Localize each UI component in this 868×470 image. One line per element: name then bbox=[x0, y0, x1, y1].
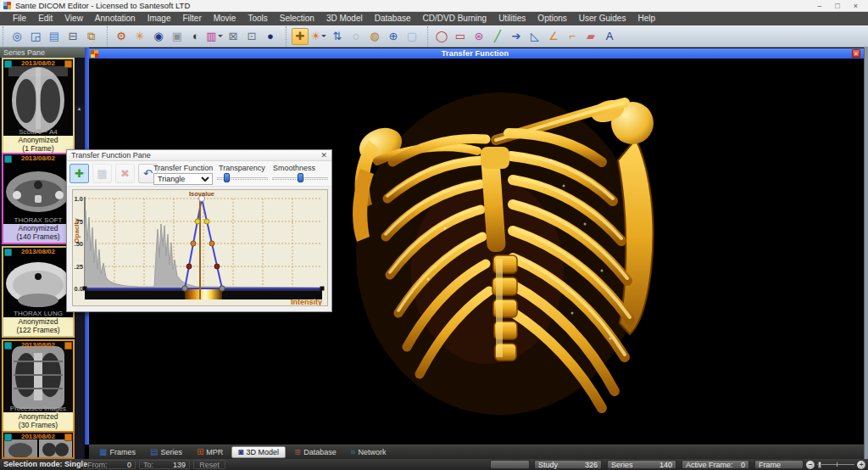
new-document-icon[interactable]: ▤ bbox=[46, 28, 63, 45]
smoothness-slider[interactable] bbox=[272, 173, 328, 183]
view-tab[interactable]: ⊞ MPR bbox=[191, 446, 229, 458]
menu-bar: FileEditViewAnnotationImageFilterMovieTo… bbox=[0, 12, 868, 25]
series-thumbnail-thorax-soft[interactable]: 2013/08/02 THORAX SOFT Anonymized (140 F… bbox=[2, 153, 75, 244]
menu-item[interactable]: User Guides bbox=[573, 12, 632, 25]
study-frames-status: Study Frames:326 bbox=[534, 460, 602, 469]
pan-hand-icon[interactable]: ✚ bbox=[292, 28, 309, 45]
menu-item[interactable]: Database bbox=[369, 12, 417, 25]
smoothness-slider-thumb[interactable] bbox=[298, 173, 303, 182]
menu-item[interactable]: View bbox=[58, 12, 89, 25]
toolbar-group-annotate: ◯▭⊛╱➔◺∠⌐▰A bbox=[427, 26, 622, 47]
scroll-up-icon[interactable]: ▴ bbox=[75, 105, 84, 112]
svg-text:.75: .75 bbox=[75, 218, 83, 226]
series-thumbnail-partial[interactable]: 2013/08/02 bbox=[2, 431, 75, 459]
menu-item[interactable]: Movie bbox=[208, 12, 242, 25]
ellipse-roi-icon[interactable]: ◯ bbox=[433, 28, 450, 45]
fit-screen-icon[interactable]: ⊡ bbox=[243, 28, 260, 45]
series-thumbnail-processed[interactable]: 2013/08/02 Processed Images Anonymized (… bbox=[2, 339, 75, 433]
reset-button[interactable]: Reset bbox=[193, 460, 225, 469]
add-transfer-function-button[interactable]: ✚ bbox=[70, 164, 89, 183]
series-type-icon bbox=[4, 342, 12, 350]
export-image-icon[interactable]: ⧉ bbox=[83, 28, 100, 45]
frame-minus-icon[interactable]: − bbox=[806, 461, 815, 469]
text-tool-icon[interactable]: A bbox=[601, 28, 618, 45]
window-level-icon[interactable]: ▢ bbox=[403, 28, 420, 45]
from-field[interactable]: From: 0 bbox=[83, 460, 136, 469]
contrast-icon[interactable]: ◐ bbox=[187, 28, 204, 45]
series-thumbnail-thorax-lung[interactable]: 2013/08/02 THORAX LUNG Anonymized (122 F… bbox=[2, 246, 75, 338]
arrow-tool-icon[interactable]: ➔ bbox=[508, 28, 525, 45]
view-tab[interactable]: ≣ Database bbox=[288, 446, 342, 458]
menu-item[interactable]: Tools bbox=[242, 12, 273, 25]
frame-plus-icon[interactable]: + bbox=[857, 461, 865, 469]
delete-transfer-function-button[interactable]: ✖ bbox=[115, 164, 135, 183]
menu-item[interactable]: Annotation bbox=[89, 12, 142, 25]
zoom-fit-icon[interactable]: ⊕ bbox=[385, 28, 402, 45]
frame-selector-slider[interactable]: − + bbox=[806, 460, 865, 469]
minimize-button[interactable]: – bbox=[817, 0, 821, 12]
scout-xray-image bbox=[3, 59, 73, 136]
line-tool-icon[interactable]: ╱ bbox=[489, 28, 506, 45]
isovalue-label: Isovalue bbox=[189, 190, 214, 198]
sphere-3d-icon[interactable]: ● bbox=[262, 28, 279, 45]
main-toolbar: ◎◲▤⊟⧉ ⚙✳◉▣◐▥⊠⊡● ✚☀⇅◌◍⊕▢ ◯▭⊛╱➔◺∠⌐▰A bbox=[0, 25, 868, 48]
menu-item[interactable]: Options bbox=[531, 12, 572, 25]
open-preview-icon[interactable]: ◎ bbox=[8, 28, 25, 45]
menu-item[interactable]: File bbox=[7, 12, 32, 25]
scroll-frames-icon[interactable]: ⇅ bbox=[329, 28, 346, 45]
menu-item[interactable]: Filter bbox=[176, 12, 207, 25]
transparency-slider[interactable] bbox=[217, 173, 268, 183]
menu-item[interactable]: CD/DVD Burning bbox=[417, 12, 493, 25]
histogram-panel[interactable]: Opacity 1.0 .75 .50 .25 0.0 Isovalue Int… bbox=[72, 189, 328, 306]
effects-icon[interactable]: ✳ bbox=[131, 28, 148, 45]
ct-axial-lung-image bbox=[3, 248, 73, 317]
view-tab[interactable]: ▦ Frames bbox=[93, 446, 142, 458]
frame-slider-thumb[interactable] bbox=[818, 462, 821, 468]
process-gears-icon[interactable]: ⚙ bbox=[113, 28, 130, 45]
triangle-tool-icon[interactable]: ◺ bbox=[526, 28, 543, 45]
import-image-icon[interactable]: ◲ bbox=[27, 28, 44, 45]
series-flag-icon bbox=[64, 434, 72, 441]
menu-item[interactable]: Help bbox=[632, 12, 661, 25]
series-type-icon bbox=[4, 249, 12, 256]
zoom-region-icon[interactable]: ◍ bbox=[366, 28, 383, 45]
maximize-button[interactable]: □ bbox=[835, 0, 839, 12]
polyline-tool-icon[interactable]: ⌐ bbox=[564, 28, 581, 45]
dialog-close-icon[interactable]: ✕ bbox=[320, 150, 327, 161]
window-title: Sante DICOM Editor - Licensed to Santeso… bbox=[15, 1, 190, 10]
view-eye-icon[interactable]: ◉ bbox=[150, 28, 167, 45]
menu-item[interactable]: Edit bbox=[32, 12, 58, 25]
view-tab[interactable]: ◙ 3D Model bbox=[231, 446, 286, 458]
series-flag-icon bbox=[64, 342, 72, 350]
menu-item[interactable]: 3D Model bbox=[320, 12, 369, 25]
zoom-icon[interactable]: ◌ bbox=[348, 28, 364, 45]
mdi-close-button[interactable]: ✕ bbox=[852, 49, 860, 58]
close-button[interactable]: × bbox=[854, 0, 858, 12]
lock-icon[interactable]: ▣ bbox=[169, 28, 186, 45]
print-icon[interactable]: ⊟ bbox=[64, 28, 81, 45]
menu-item[interactable]: Utilities bbox=[492, 12, 531, 25]
color-wheel-icon[interactable]: ⊛ bbox=[470, 28, 487, 45]
window-titlebar: Sante DICOM Editor - Licensed to Santeso… bbox=[0, 0, 868, 12]
fit-width-icon[interactable]: ⊠ bbox=[225, 28, 242, 45]
transfer-function-dialog[interactable]: Transfer Function Pane ✕ ✚▦✖↶ Transfer F… bbox=[66, 149, 332, 312]
transparency-slider-thumb[interactable] bbox=[224, 173, 230, 182]
eraser-icon[interactable]: ▰ bbox=[582, 28, 599, 45]
smoothness-label: Smoothness bbox=[273, 164, 315, 172]
status-bar: Selection mode: Single From: 0 To: 139 R… bbox=[0, 459, 868, 470]
angle-tool-icon[interactable]: ∠ bbox=[545, 28, 562, 45]
status-spacer-segment bbox=[490, 460, 530, 469]
view-tab[interactable]: ▤ Series bbox=[144, 446, 188, 458]
view-tabbar: ▦ Frames ▤ Series ⊞ MPR ◙ 3D Model ≣ Dat… bbox=[89, 445, 864, 459]
palette-columns-icon[interactable]: ▥ bbox=[206, 28, 223, 45]
to-field[interactable]: To: 139 bbox=[139, 460, 190, 469]
series-thumbnail-scout[interactable]: 2013/08/02 Scout 0 ~ A4 Anonymized (1 Fr… bbox=[2, 58, 75, 156]
view-tab[interactable]: ⌗ Network bbox=[345, 446, 392, 458]
transfer-function-select[interactable]: Triangle bbox=[153, 173, 213, 185]
menu-item[interactable]: Selection bbox=[274, 12, 320, 25]
rect-roi-icon[interactable]: ▭ bbox=[452, 28, 469, 45]
brightness-icon[interactable]: ☀ bbox=[310, 28, 327, 45]
save-transfer-function-button[interactable]: ▦ bbox=[92, 164, 112, 183]
selection-mode-status: Selection mode: Single bbox=[3, 460, 87, 469]
menu-item[interactable]: Image bbox=[142, 12, 177, 25]
